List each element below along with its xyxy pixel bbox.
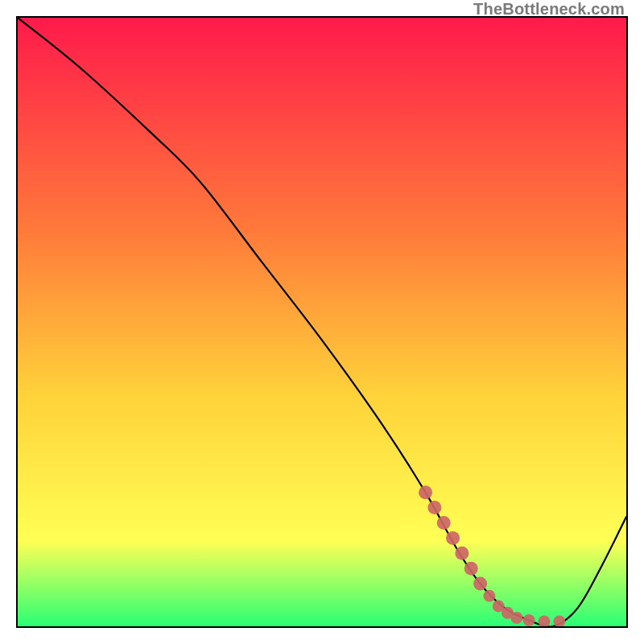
highlight-dot: [464, 562, 478, 576]
chart-background-gradient: [18, 18, 626, 626]
highlight-dot: [473, 577, 487, 591]
highlight-dot: [455, 547, 469, 560]
highlight-dot: [483, 590, 495, 602]
highlight-dot: [510, 612, 522, 624]
highlight-dot: [419, 485, 432, 499]
chart-canvas: [18, 18, 626, 626]
highlight-dot: [523, 614, 535, 626]
highlight-dot: [446, 531, 460, 545]
highlight-dot: [427, 501, 441, 514]
highlight-dot: [437, 516, 451, 530]
